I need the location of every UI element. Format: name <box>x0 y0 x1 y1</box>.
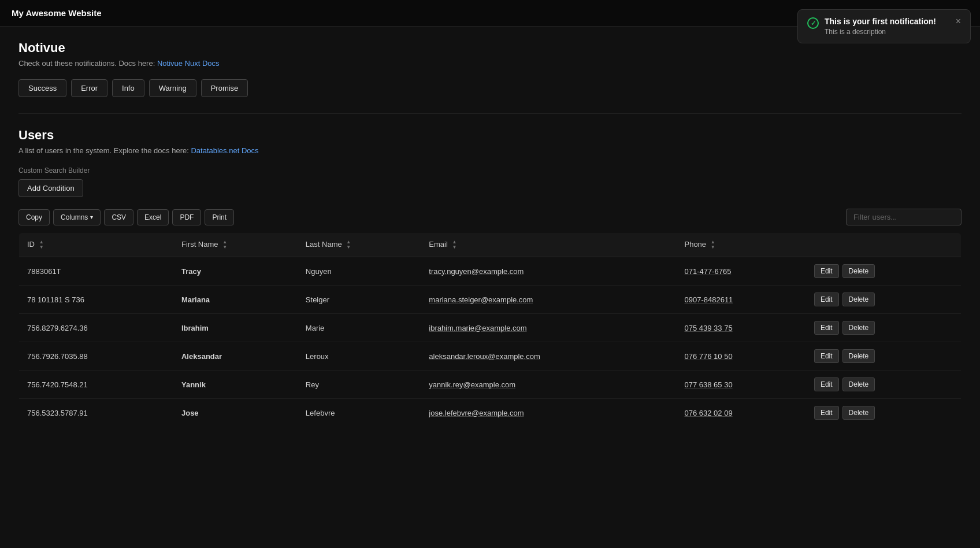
csv-button[interactable]: CSV <box>104 209 133 225</box>
chevron-down-icon: ▾ <box>90 214 93 220</box>
copy-button[interactable]: Copy <box>18 209 50 225</box>
toast-close-button[interactable]: × <box>956 17 961 26</box>
table-toolbar: Copy Columns ▾ CSV Excel PDF Print <box>18 209 962 225</box>
sort-icon-email[interactable]: ▲▼ <box>452 240 456 250</box>
users-section: Users A list of users in the system. Exp… <box>18 128 962 427</box>
cell-id: 756.7926.7035.88 <box>19 342 173 371</box>
cell-actions: EditDelete <box>806 286 962 314</box>
cell-phone: 076 632 02 09 <box>676 399 805 427</box>
delete-button[interactable]: Delete <box>842 349 875 363</box>
datatables-docs-link[interactable]: Datatables.net Docs <box>191 146 258 155</box>
sort-icon-phone[interactable]: ▲▼ <box>711 240 715 250</box>
excel-button[interactable]: Excel <box>137 209 169 225</box>
col-header-id: ID ▲▼ <box>19 233 173 257</box>
delete-button[interactable]: Delete <box>842 406 875 420</box>
sort-icon-first-name[interactable]: ▲▼ <box>222 240 227 250</box>
cell-actions: EditDelete <box>806 257 962 286</box>
cell-email: jose.lefebvre@example.com <box>421 399 676 427</box>
info-button[interactable]: Info <box>112 79 144 97</box>
cell-actions: EditDelete <box>806 314 962 342</box>
edit-button[interactable]: Edit <box>814 321 839 335</box>
cell-phone: 0907-8482611 <box>676 286 805 314</box>
cell-email: mariana.steiger@example.com <box>421 286 676 314</box>
cell-id: 756.5323.5787.91 <box>19 399 173 427</box>
cell-id: 756.8279.6274.36 <box>19 314 173 342</box>
cell-phone: 077 638 65 30 <box>676 371 805 399</box>
toast-title: This is your first notification! <box>825 17 950 26</box>
delete-button[interactable]: Delete <box>842 264 875 278</box>
cell-email: aleksandar.leroux@example.com <box>421 342 676 371</box>
cell-actions: EditDelete <box>806 399 962 427</box>
promise-button[interactable]: Promise <box>201 79 248 97</box>
cell-first-name: Aleksandar <box>173 342 298 371</box>
cell-last-name: Steiger <box>298 286 421 314</box>
cell-phone: 075 439 33 75 <box>676 314 805 342</box>
search-builder-label: Custom Search Builder <box>18 166 962 175</box>
cell-actions: EditDelete <box>806 371 962 399</box>
cell-email: tracy.nguyen@example.com <box>421 257 676 286</box>
notivue-buttons: Success Error Info Warning Promise <box>18 79 962 97</box>
table-row: 7883061TTracyNguyentracy.nguyen@example.… <box>19 257 962 286</box>
notivue-description: Check out these notifications. Docs here… <box>18 59 962 68</box>
section-divider <box>18 113 962 114</box>
cell-first-name: Mariana <box>173 286 298 314</box>
col-header-phone: Phone ▲▼ <box>676 233 805 257</box>
notivue-section: Notivue Check out these notifications. D… <box>18 40 962 97</box>
col-header-last-name: Last Name ▲▼ <box>298 233 421 257</box>
main-content: Notivue Check out these notifications. D… <box>0 27 980 441</box>
users-table: ID ▲▼ First Name ▲▼ Last Name ▲▼ Email ▲… <box>18 232 962 427</box>
warning-button[interactable]: Warning <box>149 79 196 97</box>
edit-button[interactable]: Edit <box>814 264 839 278</box>
success-button[interactable]: Success <box>18 79 66 97</box>
edit-button[interactable]: Edit <box>814 406 839 420</box>
filter-input[interactable] <box>846 209 962 225</box>
toast-content: This is your first notification! This is… <box>825 17 950 36</box>
table-row: 756.5323.5787.91JoseLefebvrejose.lefebvr… <box>19 399 962 427</box>
table-row: 756.8279.6274.36IbrahimMarieibrahim.mari… <box>19 314 962 342</box>
notivue-docs-link[interactable]: Notivue Nuxt Docs <box>157 59 220 68</box>
table-row: 756.7926.7035.88AleksandarLerouxaleksand… <box>19 342 962 371</box>
cell-id: 78 101181 S 736 <box>19 286 173 314</box>
cell-phone: 071-477-6765 <box>676 257 805 286</box>
toast-description: This is a description <box>825 28 950 36</box>
pdf-button[interactable]: PDF <box>172 209 201 225</box>
app-title: My Awesome Website <box>12 8 102 18</box>
col-header-actions <box>806 233 962 257</box>
toast-success-icon <box>807 17 819 29</box>
table-body: 7883061TTracyNguyentracy.nguyen@example.… <box>19 257 962 427</box>
col-header-email: Email ▲▼ <box>421 233 676 257</box>
cell-email: ibrahim.marie@example.com <box>421 314 676 342</box>
users-description: A list of users in the system. Explore t… <box>18 146 962 155</box>
cell-first-name: Ibrahim <box>173 314 298 342</box>
sort-icon-last-name[interactable]: ▲▼ <box>346 240 351 250</box>
error-button[interactable]: Error <box>71 79 107 97</box>
cell-first-name: Yannik <box>173 371 298 399</box>
add-condition-button[interactable]: Add Condition <box>18 179 83 197</box>
delete-button[interactable]: Delete <box>842 292 875 306</box>
cell-first-name: Jose <box>173 399 298 427</box>
sort-icon-id[interactable]: ▲▼ <box>39 240 44 250</box>
cell-last-name: Lefebvre <box>298 399 421 427</box>
cell-actions: EditDelete <box>806 342 962 371</box>
table-row: 78 101181 S 736MarianaSteigermariana.ste… <box>19 286 962 314</box>
filter-wrap <box>846 209 962 225</box>
delete-button[interactable]: Delete <box>842 377 875 391</box>
cell-last-name: Leroux <box>298 342 421 371</box>
edit-button[interactable]: Edit <box>814 349 839 363</box>
cell-last-name: Marie <box>298 314 421 342</box>
cell-email: yannik.rey@example.com <box>421 371 676 399</box>
edit-button[interactable]: Edit <box>814 377 839 391</box>
table-row: 756.7420.7548.21YannikReyyannik.rey@exam… <box>19 371 962 399</box>
edit-button[interactable]: Edit <box>814 292 839 306</box>
table-header: ID ▲▼ First Name ▲▼ Last Name ▲▼ Email ▲… <box>19 233 962 257</box>
cell-first-name: Tracy <box>173 257 298 286</box>
toast-notification: This is your first notification! This is… <box>797 9 971 43</box>
columns-button[interactable]: Columns ▾ <box>53 209 101 225</box>
users-title: Users <box>18 128 962 143</box>
cell-last-name: Rey <box>298 371 421 399</box>
cell-id: 7883061T <box>19 257 173 286</box>
delete-button[interactable]: Delete <box>842 321 875 335</box>
cell-id: 756.7420.7548.21 <box>19 371 173 399</box>
col-header-first-name: First Name ▲▼ <box>173 233 298 257</box>
print-button[interactable]: Print <box>205 209 234 225</box>
